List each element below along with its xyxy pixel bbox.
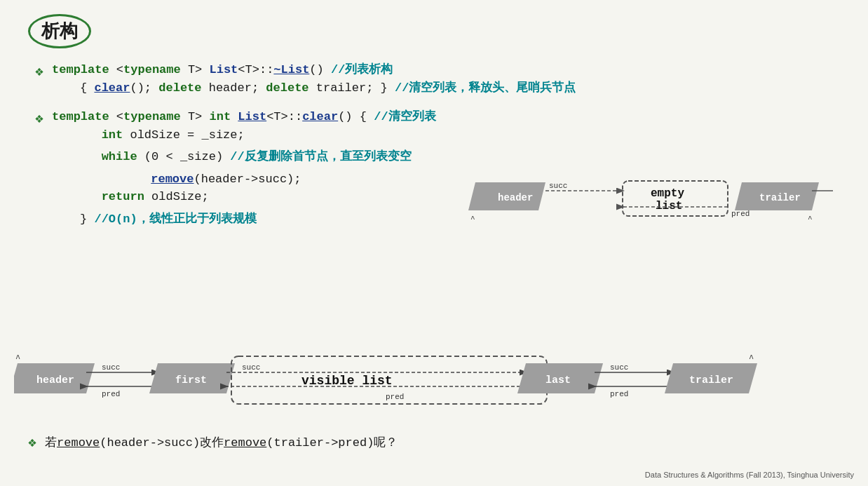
code-line-2: { clear(); delete header; delete trailer… <box>80 79 576 97</box>
svg-text:pred: pred <box>731 210 750 218</box>
svg-text:pred: pred <box>102 390 120 398</box>
code-line-4: int oldSize = _size; <box>80 126 436 144</box>
code-line-6: remove(header->succ); <box>108 170 436 189</box>
code-line-1: template <typename T> List<T>::~List() /… <box>52 61 576 79</box>
code-line-5: while (0 < _size) //反复删除首节点，直至列表变空 <box>80 148 436 166</box>
svg-text:succ: succ <box>549 182 567 190</box>
svg-text:list: list <box>656 200 682 212</box>
svg-text:^: ^ <box>470 215 475 223</box>
svg-text:last: last <box>545 374 571 386</box>
svg-text:trailer: trailer <box>759 192 801 203</box>
empty-list-diagram: header ^ succ empty list pred trailer ^ <box>468 168 847 245</box>
slide: 析构 ❖ template <typename T> List<T>::~Lis… <box>0 0 868 486</box>
svg-text:succ: succ <box>102 363 120 372</box>
visible-list-diagram: header ^ succ pred first visible list su… <box>14 353 848 423</box>
title-badge: 析构 <box>28 14 91 48</box>
svg-text:header: header <box>36 374 74 386</box>
question-text: 若remove(header->succ)改作remove(trailer->p… <box>45 434 398 450</box>
svg-text:trailer: trailer <box>689 374 733 386</box>
svg-text:^: ^ <box>808 215 813 223</box>
code-line-3: template <typename T> int List<T>::clear… <box>52 108 436 126</box>
svg-text:^: ^ <box>15 354 20 364</box>
svg-text:header: header <box>498 192 533 203</box>
svg-text:^: ^ <box>749 354 754 364</box>
bottom-note: Data Structures & Algorithms (Fall 2013)… <box>645 471 854 479</box>
diamond-icon-1: ❖ <box>35 62 43 80</box>
svg-text:succ: succ <box>610 363 628 372</box>
svg-text:pred: pred <box>386 393 404 401</box>
question-line: ❖ 若remove(header->succ)改作remove(trailer-… <box>28 433 398 451</box>
svg-text:empty: empty <box>651 187 684 200</box>
bullet-1: ❖ template <typename T> List<T>::~List()… <box>35 61 840 101</box>
diamond-icon-2: ❖ <box>35 109 43 127</box>
svg-text:succ: succ <box>242 363 260 372</box>
svg-text:visible list: visible list <box>301 374 393 388</box>
code-line-7: return oldSize; <box>80 188 436 206</box>
svg-text:pred: pred <box>610 390 628 398</box>
visible-list-svg: header ^ succ pred first visible list su… <box>14 353 848 423</box>
svg-text:first: first <box>175 374 207 386</box>
empty-list-svg: header ^ succ empty list pred trailer ^ <box>468 168 840 245</box>
code-line-8: } //O(n)，线性正比于列表规模 <box>80 210 436 229</box>
diamond-icon-q: ❖ <box>28 433 36 451</box>
